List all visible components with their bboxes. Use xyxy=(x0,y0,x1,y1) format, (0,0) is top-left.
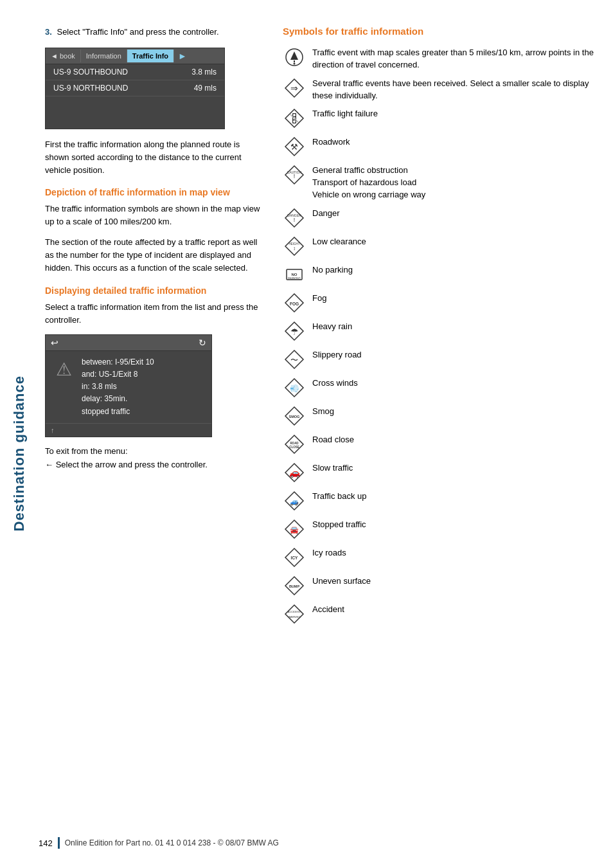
symbol-text-roadwork: Roadwork xyxy=(312,135,600,149)
multiple-events-icon: ⇒ xyxy=(283,77,306,100)
detail-between: between: I-95/Exit 10 xyxy=(82,356,206,368)
symbol-row-stopped-traffic: 🚘 Stopped traffic xyxy=(283,518,600,541)
no-parking-icon: NO PARKING xyxy=(283,263,306,286)
first-paragraph: First the traffic information along the … xyxy=(45,138,263,177)
slippery-icon: 〜 xyxy=(283,348,306,371)
symbol-row-roadwork: ⚒ Roadwork xyxy=(283,135,600,158)
svg-text:SMOG: SMOG xyxy=(289,415,300,419)
traffic-light-icon xyxy=(283,107,306,130)
symbol-text-slippery: Slippery road xyxy=(312,348,600,361)
svg-text:!: ! xyxy=(294,173,296,179)
page-footer: 142 Online Edition for Part no. 01 41 0 … xyxy=(39,837,613,849)
detail-stopped: stopped traffic xyxy=(82,406,206,418)
left-column: 3. Select "Traffic Info" and press the c… xyxy=(45,26,263,842)
symbol-row-danger: DANGER ! Danger xyxy=(283,206,600,230)
stopped-traffic-icon: 🚘 xyxy=(283,518,306,541)
detail-text: between: I-95/Exit 10 and: US-1/Exit 8 i… xyxy=(82,356,206,418)
tab-bar: ◄ book Information Traffic Info ► xyxy=(46,48,224,64)
symbol-row-accident: ACCIDENT WARNING Accident xyxy=(283,602,600,626)
symbol-text-road-close: Road close xyxy=(312,433,600,446)
symbol-row-cross-winds: 💨 Cross winds xyxy=(283,376,600,399)
svg-point-10 xyxy=(293,120,296,123)
symbol-row-slow-traffic: 🚗 Slow traffic xyxy=(283,461,600,484)
svg-text:☂: ☂ xyxy=(290,327,299,337)
tab-book: ◄ book xyxy=(46,50,81,62)
symbol-row-traffic-backup: 🚙 Traffic back up xyxy=(283,489,600,512)
traffic-detail-icon: ⚠ xyxy=(56,359,72,380)
exit-arrow-icon: ← xyxy=(45,460,53,469)
back-icon: ↩ xyxy=(51,338,58,348)
symbol-text-slow-traffic: Slow traffic xyxy=(312,461,600,475)
symbol-text-heavy-rain: Heavy rain xyxy=(312,320,600,333)
route-row-1: US-9 SOUTHBOUND 3.8 mls xyxy=(46,64,224,80)
step3-description: Select "Traffic Info" and press the cont… xyxy=(57,27,218,37)
svg-point-8 xyxy=(293,114,296,116)
sidebar-title: Destination guidance xyxy=(11,375,28,531)
symbol-text-cross-winds: Cross winds xyxy=(312,376,600,390)
detail-icon-col: ⚠ xyxy=(51,356,76,418)
svg-text:↕: ↕ xyxy=(293,246,296,251)
smog-icon: SMOG xyxy=(283,404,306,428)
section1-para2: The section of the route affected by a t… xyxy=(45,236,263,275)
step3-number: 3. xyxy=(45,27,52,37)
right-column: Symbols for traffic information Traffic … xyxy=(283,26,600,842)
symbols-heading: Symbols for traffic information xyxy=(283,26,600,37)
section1-heading: Depiction of traffic information in map … xyxy=(45,187,263,197)
symbol-row-caution: CAUTION ! General traffic obstructionTra… xyxy=(283,163,600,201)
svg-text:WARNING: WARNING xyxy=(288,615,300,619)
cross-winds-icon: 💨 xyxy=(283,376,306,399)
svg-text:BUMP: BUMP xyxy=(289,584,300,588)
page-number: 142 xyxy=(39,838,53,848)
svg-text:〜: 〜 xyxy=(290,356,298,365)
svg-text:FOG: FOG xyxy=(290,302,299,306)
tab-information: Information xyxy=(81,50,127,62)
section2-heading: Displaying detailed traffic information xyxy=(45,285,263,296)
svg-marker-49 xyxy=(285,605,303,623)
symbol-text-multiple-events: Several traffic events have been receive… xyxy=(312,77,600,102)
symbol-row-slippery: 〜 Slippery road xyxy=(283,348,600,371)
sidebar: Destination guidance xyxy=(0,0,39,868)
exit-label: To exit from the menu: xyxy=(45,446,263,456)
symbol-row-heavy-rain: ☂ Heavy rain xyxy=(283,320,600,343)
route-value-1: 3.8 mls xyxy=(191,68,217,77)
svg-text:ICY: ICY xyxy=(291,556,299,560)
section1-para1: The traffic information symbols are show… xyxy=(45,203,263,228)
svg-text:⇒: ⇒ xyxy=(290,83,298,93)
road-close-icon: ROAD CLOSE xyxy=(283,433,306,456)
svg-text:PARKING: PARKING xyxy=(288,277,301,280)
slow-traffic-icon: 🚗 xyxy=(283,461,306,484)
symbol-text-fog: Fog xyxy=(312,291,600,305)
symbol-text-traffic-backup: Traffic back up xyxy=(312,489,600,503)
svg-text:🚙: 🚙 xyxy=(290,497,299,506)
danger-icon: DANGER ! xyxy=(283,206,306,230)
svg-text:🚗: 🚗 xyxy=(289,467,301,478)
symbol-text-low-clearance: Low clearance xyxy=(312,235,600,248)
symbol-text-danger: Danger xyxy=(312,206,600,220)
svg-text:ROAD: ROAD xyxy=(290,442,299,445)
route-label-2: US-9 NORTHBOUND xyxy=(53,84,128,93)
detail-in: in: 3.8 mls xyxy=(82,381,206,393)
tab-traffic-info[interactable]: Traffic Info xyxy=(127,50,174,62)
symbol-text-accident: Accident xyxy=(312,602,600,616)
footer-text: Online Edition for Part no. 01 41 0 014 … xyxy=(65,838,279,847)
footer-bar xyxy=(58,837,60,849)
svg-text:⚒: ⚒ xyxy=(290,142,298,152)
route-label-1: US-9 SOUTHBOUND xyxy=(53,68,128,77)
caution-icon: CAUTION ! xyxy=(283,163,306,186)
section2-para: Select a traffic information item from t… xyxy=(45,301,263,327)
accident-icon: ACCIDENT WARNING xyxy=(283,602,306,626)
symbol-row-fog: FOG Fog xyxy=(283,291,600,314)
uneven-surface-icon: BUMP xyxy=(283,574,306,597)
symbol-text-no-parking: No parking xyxy=(312,263,600,276)
symbol-row-smog: SMOG Smog xyxy=(283,404,600,428)
tab-next-arrow: ► xyxy=(174,48,191,64)
symbol-text-traffic-light: Traffic light failure xyxy=(312,107,600,120)
route-row-2: US-9 NORTHBOUND 49 mls xyxy=(46,80,224,96)
symbol-row-multiple-events: ⇒ Several traffic events have been recei… xyxy=(283,77,600,102)
symbol-text-icy-roads: Icy roads xyxy=(312,546,600,559)
roadwork-icon: ⚒ xyxy=(283,135,306,158)
svg-text:NO: NO xyxy=(292,273,298,276)
symbol-text-uneven-surface: Uneven surface xyxy=(312,574,600,588)
detail-header: ↩ ↻ xyxy=(46,335,211,351)
symbol-row-no-parking: NO PARKING No parking xyxy=(283,263,600,286)
